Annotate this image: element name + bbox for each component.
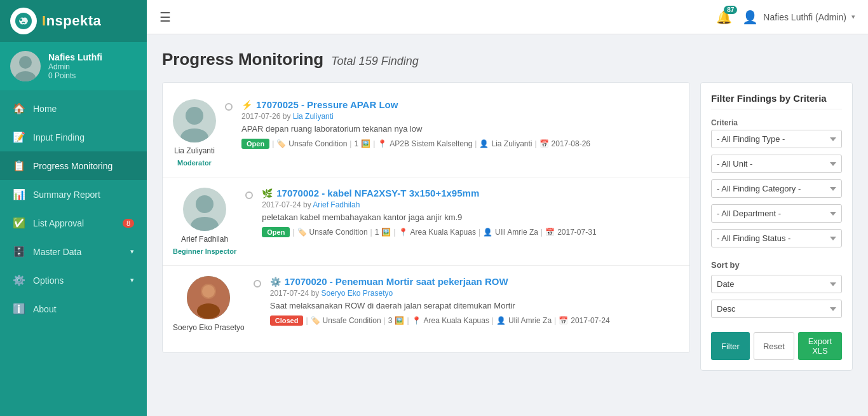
sidebar-item-about[interactable]: ℹ️ About — [0, 295, 147, 323]
finding-author-link[interactable]: Soeryo Eko Prasetyo — [321, 289, 393, 298]
finding-status-dot — [254, 280, 261, 288]
content-body: Lia Zuliyanti Moderator ⚡ 17070025 - Pre… — [162, 82, 853, 406]
finding-meta: 2017-07-24 by Arief Fadhilah — [262, 200, 679, 209]
finding-author-col: Lia Zuliyanti Moderator — [173, 99, 216, 167]
home-icon: 🏠 — [13, 102, 25, 114]
svg-point-3 — [15, 71, 36, 81]
filter-buttons: Filter Reset Export XLS — [711, 332, 842, 360]
svg-point-5 — [180, 128, 208, 142]
finding-author-link[interactable]: Lia Zuliyanti — [293, 112, 334, 121]
sidebar-item-label: Options — [33, 275, 64, 286]
sidebar-nav: 🏠 Home 📝 Input Finding 📋 Progress Monito… — [0, 90, 147, 416]
chevron-down-icon: ▾ — [130, 247, 134, 256]
finding-item: Soeryo Eko Prasetyo ⚙️ 17070020 - Penemu… — [163, 266, 689, 346]
sidebar-item-progress-monitoring[interactable]: 📋 Progress Monitoring — [0, 151, 147, 180]
sidebar-item-summary-report[interactable]: 📊 Summary Report — [0, 180, 147, 209]
location-icon: 📍 — [412, 316, 421, 325]
calendar-icon: 📅 — [559, 316, 568, 325]
sidebar-username: Nafies Luthfi — [48, 52, 102, 62]
author-avatar — [183, 188, 226, 231]
author-avatar — [187, 276, 230, 319]
finding-author-col: Soeryo Eko Prasetyo — [173, 276, 245, 336]
input-finding-icon: 📝 — [13, 131, 25, 143]
filter-title: Filter Findings by Criteria — [711, 93, 842, 109]
sidebar-points: 0 Points — [48, 71, 102, 80]
filter-button[interactable]: Filter — [711, 332, 750, 360]
finding-tags: Open | 🏷️ Unsafe Condition | 1 🖼️ | 📍 AP… — [241, 139, 679, 149]
finding-item: Arief Fadhilah Beginner Inspector 🌿 1707… — [163, 177, 689, 266]
avatar — [10, 51, 41, 81]
logo-icon — [10, 8, 37, 34]
sidebar-item-label: Summary Report — [33, 190, 100, 200]
user-icon: 👤 — [496, 316, 506, 325]
sort-order-select[interactable]: Desc — [711, 300, 842, 318]
page-header: Progress Monitoring Total 159 Finding — [162, 50, 853, 69]
finding-tags: Closed | 🏷️ Unsafe Condition | 3 🖼️ | 📍 … — [270, 315, 679, 326]
sidebar-logo: Inspekta — [10, 8, 101, 34]
finding-status-select[interactable]: - All Finding Status - — [711, 229, 842, 247]
gear-icon: ⚙️ — [270, 277, 281, 287]
department-select[interactable]: - All Department - — [711, 204, 842, 223]
findings-list: Lia Zuliyanti Moderator ⚡ 17070025 - Pre… — [162, 82, 690, 353]
calendar-icon: 📅 — [545, 228, 555, 237]
sidebar-item-label: About — [33, 304, 57, 314]
photo-icon: 🖼️ — [395, 316, 404, 325]
sidebar-item-label: Master Data — [33, 247, 81, 257]
content-area: Progress Monitoring Total 159 Finding — [147, 34, 868, 416]
sidebar-item-list-approval[interactable]: ✅ List Approval 8 — [0, 209, 147, 237]
sort-by-select[interactable]: Date — [711, 275, 842, 293]
export-xls-button[interactable]: Export XLS — [798, 332, 842, 360]
svg-point-11 — [202, 285, 215, 298]
finding-body: ⚙️ 17070020 - Penemuan Mortir saat peker… — [270, 276, 679, 326]
finding-meta: 2017-07-24 by Soeryo Eko Prasetyo — [270, 289, 679, 298]
finding-title[interactable]: ⚡ 17070025 - Pressure APAR Low — [241, 99, 679, 110]
menu-icon[interactable]: ☰ — [159, 10, 171, 25]
photo-icon: 🖼️ — [381, 228, 391, 237]
filter-panel: Filter Findings by Criteria Criteria - A… — [700, 82, 853, 371]
notifications-button[interactable]: 🔔 87 — [716, 10, 732, 25]
progress-monitoring-icon: 📋 — [13, 160, 25, 172]
finding-title[interactable]: 🌿 17070002 - kabel NFA2XSY-T 3x150+1x95m… — [262, 188, 679, 198]
finding-status-dot — [225, 103, 233, 111]
status-badge: Open — [241, 139, 269, 149]
author-name: Lia Zuliyanti — [174, 146, 215, 155]
user-info: Nafies Luthfi Admin 0 Points — [48, 52, 102, 80]
sidebar-item-label: Home — [33, 104, 57, 114]
topbar-username: Nafies Luthfi (Admin) — [763, 12, 846, 22]
sidebar-item-options[interactable]: ⚙️ Options ▾ — [0, 266, 147, 295]
finding-description: peletakan kabel membahayakan kantor jaga… — [262, 212, 679, 222]
tag-icon: 🏷️ — [276, 139, 286, 148]
location-icon: 📍 — [377, 139, 387, 148]
finding-author-link[interactable]: Arief Fadhilah — [313, 200, 360, 209]
svg-point-4 — [186, 107, 203, 125]
sidebar-item-input-finding[interactable]: 📝 Input Finding — [0, 123, 147, 151]
sidebar-header: Inspekta — [0, 0, 147, 42]
topbar-user-menu[interactable]: 👤 Nafies Luthfi (Admin) ▾ — [742, 10, 855, 25]
chevron-down-icon: ▾ — [851, 13, 855, 21]
reset-button[interactable]: Reset — [754, 332, 794, 360]
sidebar-logo-text: Inspekta — [42, 13, 101, 29]
bolt-icon: ⚡ — [241, 100, 252, 110]
finding-status-dot — [245, 191, 253, 199]
finding-author-col: Arief Fadhilah Beginner Inspector — [173, 188, 236, 255]
author-name: Soeryo Eko Prasetyo — [173, 323, 245, 332]
photo-icon: 🖼️ — [361, 139, 370, 148]
calendar-icon: 📅 — [539, 139, 549, 148]
sidebar-item-home[interactable]: 🏠 Home — [0, 94, 147, 123]
tag-icon: 🏷️ — [311, 316, 320, 325]
finding-body: 🌿 17070002 - kabel NFA2XSY-T 3x150+1x95m… — [262, 188, 679, 237]
location-icon: 📍 — [398, 228, 408, 237]
summary-report-icon: 📊 — [13, 188, 25, 200]
sidebar-item-label: List Approval — [33, 218, 84, 228]
sort-by-label: Sort by — [711, 260, 842, 270]
finding-category-select[interactable]: - All Finding Category - — [711, 179, 842, 198]
svg-point-6 — [196, 195, 214, 213]
user-icon: 👤 — [483, 228, 492, 237]
about-icon: ℹ️ — [13, 303, 25, 315]
unit-select[interactable]: - All Unit - — [711, 155, 842, 173]
sidebar-item-label: Input Finding — [33, 132, 85, 142]
sidebar-item-master-data[interactable]: 🗄️ Master Data ▾ — [0, 237, 147, 266]
finding-type-select[interactable]: - All Finding Type - — [711, 130, 842, 148]
finding-title[interactable]: ⚙️ 17070020 - Penemuan Mortir saat peker… — [270, 276, 679, 287]
svg-point-7 — [191, 217, 219, 231]
